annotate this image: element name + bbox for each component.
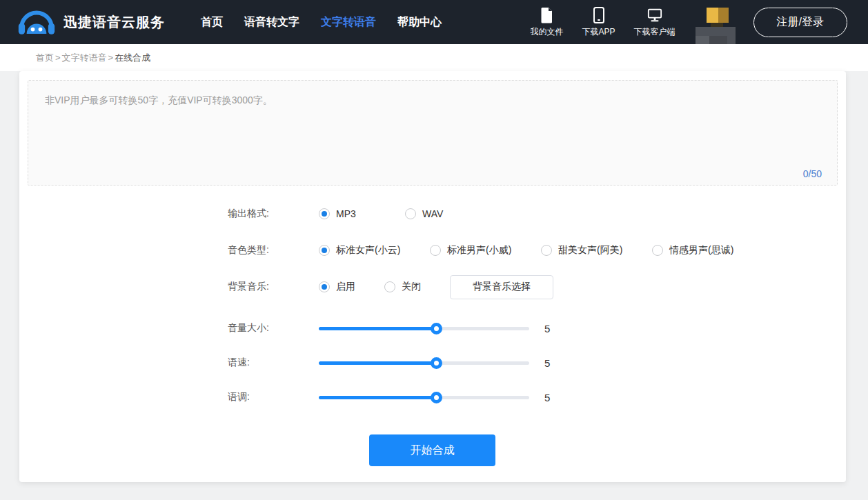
my-files-action[interactable]: 我的文件 — [531, 7, 564, 38]
text-input[interactable] — [28, 81, 837, 162]
speed-row: 语速: 5 — [228, 351, 763, 374]
brand[interactable]: 迅捷语音云服务 — [18, 8, 165, 37]
char-counter: 0/50 — [803, 168, 822, 179]
volume-slider-handle[interactable] — [431, 323, 442, 334]
header-actions: 我的文件 下载APP 下载客户端 注 — [531, 5, 847, 39]
speed-label: 语速: — [228, 357, 319, 369]
radio-option-sweet-female[interactable]: 甜美女声(阿美) — [541, 244, 652, 257]
volume-slider[interactable] — [319, 323, 529, 334]
top-header: 迅捷语音云服务 首页 语音转文字 文字转语音 帮助中心 我的文件 下载AP — [0, 0, 868, 44]
volume-row: 音量大小: 5 — [228, 317, 763, 340]
main-card: 0/50 输出格式: MP3 WAV 音色类型: 标准女 — [19, 71, 846, 482]
radio-option-standard-male[interactable]: 标准男声(小威) — [430, 244, 541, 257]
nav-item-text-to-speech[interactable]: 文字转语音 — [321, 15, 376, 30]
radio-emotional-male[interactable] — [652, 245, 663, 256]
radio-standard-male[interactable] — [430, 245, 441, 256]
radio-option-bgm-off[interactable]: 关闭 — [384, 281, 450, 293]
radio-bgm-off[interactable] — [384, 281, 395, 292]
nav-item-help-center[interactable]: 帮助中心 — [397, 15, 442, 30]
breadcrumb-separator: > — [55, 52, 61, 63]
output-format-label: 输出格式: — [228, 208, 319, 220]
pitch-slider-handle[interactable] — [431, 392, 442, 403]
phone-icon — [591, 7, 606, 23]
volume-slider-fill — [319, 327, 437, 330]
pitch-row: 语调: 5 — [228, 386, 763, 409]
radio-wav[interactable] — [405, 208, 416, 219]
volume-label: 音量大小: — [228, 322, 319, 334]
background-music-label: 背景音乐: — [228, 281, 319, 293]
radio-option-mp3[interactable]: MP3 — [319, 208, 405, 219]
radio-option-wav[interactable]: WAV — [405, 208, 491, 219]
my-files-label: 我的文件 — [531, 26, 564, 38]
background-music-select-button[interactable]: 背景音乐选择 — [450, 275, 553, 299]
voice-type-label: 音色类型: — [228, 244, 319, 257]
breadcrumb-home[interactable]: 首页 — [36, 52, 54, 64]
breadcrumb-separator: > — [108, 52, 114, 63]
brand-title: 迅捷语音云服务 — [63, 13, 165, 32]
output-format-row: 输出格式: MP3 WAV — [228, 202, 763, 226]
voice-type-row: 音色类型: 标准女声(小云) 标准男声(小威) 甜美女声(阿美) 情感男声(思诚… — [228, 239, 763, 262]
pitch-value: 5 — [544, 392, 550, 403]
breadcrumb-online-synthesis: 在线合成 — [115, 52, 150, 64]
text-editor-box: 0/50 — [28, 80, 838, 186]
speed-slider-handle[interactable] — [431, 357, 442, 369]
page: 迅捷语音云服务 首页 语音转文字 文字转语音 帮助中心 我的文件 下载AP — [0, 0, 868, 500]
start-synthesis-button[interactable]: 开始合成 — [369, 434, 495, 466]
robot-headphones-logo-icon — [18, 8, 55, 37]
radio-mp3[interactable] — [319, 208, 330, 219]
pitch-label: 语调: — [228, 391, 319, 403]
radio-sweet-female[interactable] — [541, 245, 552, 256]
monitor-icon — [647, 7, 662, 23]
file-icon — [540, 7, 555, 23]
speed-value: 5 — [544, 357, 550, 369]
download-client-label: 下载客户端 — [634, 26, 675, 38]
synthesis-form: 输出格式: MP3 WAV 音色类型: 标准女声(小云) — [228, 202, 763, 420]
breadcrumb: 首页 > 文字转语音 > 在线合成 — [0, 44, 868, 71]
background-music-row: 背景音乐: 启用 关闭 背景音乐选择 — [228, 275, 763, 299]
download-app-label: 下载APP — [582, 26, 615, 38]
volume-value: 5 — [544, 323, 550, 334]
radio-option-emotional-male[interactable]: 情感男声(思诚) — [652, 244, 763, 257]
radio-option-bgm-on[interactable]: 启用 — [319, 281, 384, 293]
download-app-action[interactable]: 下载APP — [582, 7, 615, 38]
download-client-action[interactable]: 下载客户端 — [634, 7, 675, 38]
breadcrumb-text-to-speech[interactable]: 文字转语音 — [62, 52, 107, 64]
nav-item-speech-to-text[interactable]: 语音转文字 — [244, 15, 299, 30]
speed-slider-fill — [319, 361, 437, 365]
radio-bgm-on[interactable] — [319, 281, 330, 292]
pitch-slider[interactable] — [319, 392, 529, 403]
nav-item-home[interactable]: 首页 — [201, 15, 223, 30]
radio-option-standard-female[interactable]: 标准女声(小云) — [319, 244, 430, 257]
blurred-badge — [694, 5, 737, 39]
register-login-button[interactable]: 注册/登录 — [753, 8, 847, 37]
speed-slider[interactable] — [319, 357, 529, 368]
main-nav: 首页 语音转文字 文字转语音 帮助中心 — [201, 15, 463, 30]
pitch-slider-fill — [319, 396, 437, 399]
radio-standard-female[interactable] — [319, 245, 330, 256]
